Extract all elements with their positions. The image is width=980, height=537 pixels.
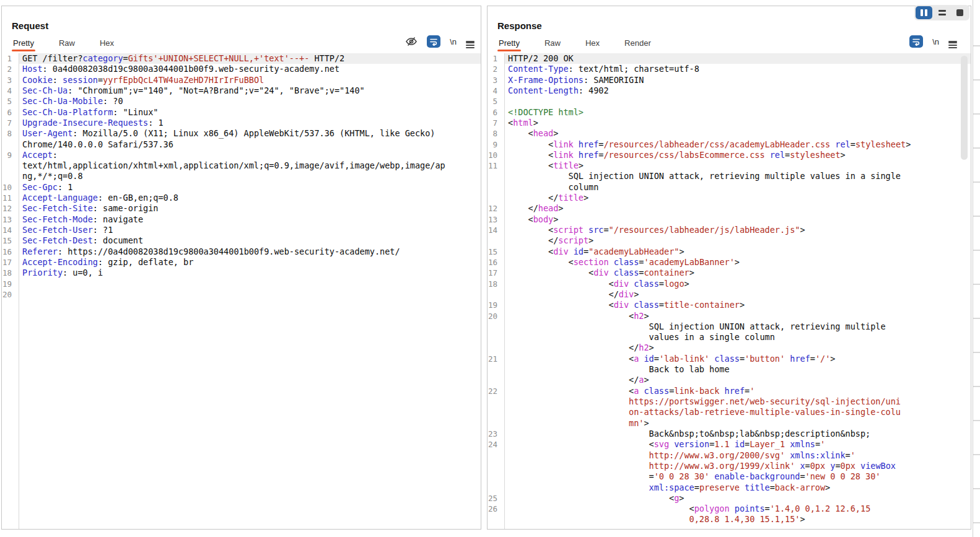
tab-hex[interactable]: Hex	[584, 38, 601, 53]
code-text: <g>	[504, 493, 971, 504]
single-layout-icon	[956, 9, 963, 16]
line-number: 9	[488, 139, 504, 150]
code-row: 14 <script src="/resources/labheader/js/…	[488, 225, 971, 235]
layout-single-button[interactable]	[952, 6, 968, 19]
code-row: 25 <g>	[488, 493, 971, 504]
code-row: text/html,application/xhtml+xml,applicat…	[2, 160, 481, 171]
code-row: 4Sec-Ch-Ua: "Chromium";v="140", "Not=A?B…	[2, 85, 481, 96]
code-row: http://www.w3.org/1999/xlink' x=0px y=0p…	[488, 461, 971, 471]
code-text	[504, 96, 971, 107]
vertical-scrollbar-thumb[interactable]	[961, 56, 968, 160]
line-number	[488, 471, 504, 482]
eye-off-icon[interactable]	[405, 35, 418, 48]
line-number: 18	[488, 279, 504, 289]
code-row: 12Sec-Fetch-Site: same-origin	[2, 203, 481, 214]
code-row: 12 </head>	[488, 203, 971, 214]
tab-pretty[interactable]: Pretty	[497, 38, 521, 53]
code-row: 13 <body>	[488, 214, 971, 225]
line-number: 16	[2, 247, 19, 257]
code-text: http://www.w3.org/1999/xlink' x=0px y=0p…	[504, 461, 971, 471]
newline-toggle-button[interactable]: \n	[450, 37, 457, 46]
code-row: 14Sec-Fetch-User: ?1	[2, 225, 481, 235]
line-number	[488, 407, 504, 417]
gutter-divider	[504, 53, 505, 529]
line-number: 10	[488, 150, 504, 160]
line-number: 2	[2, 64, 19, 74]
code-row: 9 <link href=/resources/labheader/css/ac…	[488, 139, 971, 150]
line-number: 12	[2, 203, 19, 214]
tab-hex[interactable]: Hex	[98, 38, 115, 53]
line-number: 11	[488, 160, 504, 171]
line-number	[488, 182, 504, 193]
wrap-toggle-button[interactable]	[427, 35, 440, 48]
wrap-toggle-button[interactable]	[909, 35, 923, 48]
editor-menu-icon[interactable]	[948, 40, 957, 43]
code-text: Accept-Encoding: gzip, deflate, br	[19, 257, 481, 268]
collapsed-inspector-strip[interactable]	[973, 0, 980, 537]
line-number	[488, 375, 504, 385]
line-number: 5	[488, 96, 504, 107]
code-text: Referer: https://0a4d0082038d19c9800a304…	[19, 247, 481, 257]
code-text	[19, 279, 481, 289]
code-row: ='0 0 28 30' enable-background='new 0 0 …	[488, 471, 971, 482]
request-editor[interactable]: 1GET /filter?category=Gifts'+UNION+SELEC…	[2, 53, 481, 529]
code-text: <div id="academyLabHeader">	[504, 247, 971, 257]
line-number	[2, 160, 19, 171]
editor-menu-icon[interactable]	[466, 40, 475, 43]
tab-raw[interactable]: Raw	[58, 38, 76, 53]
code-text	[19, 289, 481, 300]
line-number: 8	[2, 128, 19, 139]
line-number: 2	[488, 64, 504, 74]
code-text: 0,28.8 1.4,30 15.1,15'>	[504, 514, 971, 525]
code-text: Sec-Fetch-Site: same-origin	[19, 203, 481, 214]
code-row: </title>	[488, 193, 971, 203]
line-number: 13	[2, 214, 19, 225]
code-text: GET /filter?category=Gifts'+UNION+SELECT…	[19, 53, 481, 64]
code-text: Back&nbsp;to&nbsp;lab&nbsp;description&n…	[504, 429, 971, 439]
line-number: 14	[488, 225, 504, 235]
code-text: Back to lab home	[504, 364, 971, 375]
code-row: 6<!DOCTYPE html>	[488, 107, 971, 118]
code-row: SQL injection UNION attack, retrieving m…	[488, 321, 971, 332]
line-number: 7	[2, 118, 19, 128]
line-number: 1	[2, 53, 19, 64]
line-number: 11	[2, 193, 19, 203]
tab-pretty[interactable]: Pretty	[12, 38, 35, 53]
line-number	[488, 364, 504, 375]
code-text: Content-Type: text/html; charset=utf-8	[504, 64, 971, 74]
code-text: <svg version=1.1 id=Layer_1 xmlns='	[504, 439, 971, 450]
response-editor[interactable]: 1HTTP/2 200 OK2Content-Type: text/html; …	[488, 53, 971, 529]
code-row: 4Content-Length: 4902	[488, 85, 971, 96]
response-panel: Response PrettyRawHexRender \n 1HTTP	[487, 6, 971, 530]
code-row: 24 <svg version=1.1 id=Layer_1 xmlns='	[488, 439, 971, 450]
code-text: on-attacks/lab-retrieve-multiple-values-…	[504, 407, 971, 417]
code-text: text/html,application/xhtml+xml,applicat…	[19, 160, 481, 171]
newline-toggle-button[interactable]: \n	[932, 37, 939, 46]
line-number: 5	[2, 96, 19, 107]
layout-columns-button[interactable]	[916, 6, 932, 19]
code-text: </a>	[504, 375, 971, 385]
code-row: </script>	[488, 235, 971, 246]
line-number: 23	[488, 429, 504, 439]
line-number	[488, 289, 504, 300]
code-row: 10 <link href=/resources/css/labsEcommer…	[488, 150, 971, 160]
tab-raw[interactable]: Raw	[543, 38, 562, 53]
code-text: <title>	[504, 160, 971, 171]
code-text: <section class='academyLabBanner'>	[504, 257, 971, 268]
code-row: 10Sec-Gpc: 1	[2, 182, 481, 193]
layout-rows-button[interactable]	[934, 6, 950, 19]
code-text: Sec-Fetch-User: ?1	[19, 225, 481, 235]
code-row: 18Priority: u=0, i	[2, 268, 481, 278]
code-row: 15Sec-Fetch-Dest: document	[2, 235, 481, 246]
code-text: values in a single column	[504, 332, 971, 343]
code-row: 11Accept-Language: en-GB,en;q=0.8	[2, 193, 481, 203]
code-row: 22 <a class=link-back href='	[488, 386, 971, 396]
code-row: 13Sec-Fetch-Mode: navigate	[2, 214, 481, 225]
code-text: HTTP/2 200 OK	[504, 53, 971, 64]
line-number: 1	[488, 53, 504, 64]
code-text: ng,*/*;q=0.8	[19, 171, 481, 181]
code-text: Accept:	[19, 150, 481, 160]
tab-render[interactable]: Render	[623, 38, 652, 53]
code-row: 0,28.8 1.4,30 15.1,15'>	[488, 514, 971, 525]
request-title: Request	[12, 20, 48, 31]
